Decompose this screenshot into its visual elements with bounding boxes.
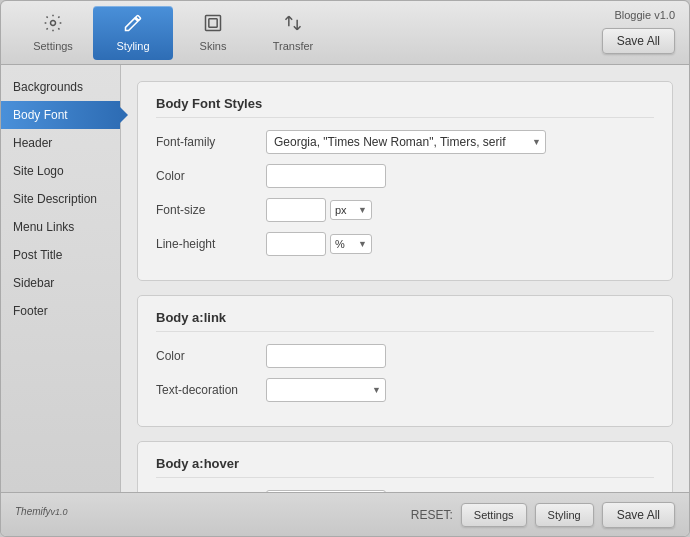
color-row: Color 003438 xyxy=(156,164,654,188)
color-label: Color xyxy=(156,169,266,183)
font-family-select[interactable]: Georgia, "Times New Roman", Timers, seri… xyxy=(266,130,546,154)
body-font-styles-title: Body Font Styles xyxy=(156,96,654,118)
sidebar-item-body-font[interactable]: Body Font xyxy=(1,101,120,129)
line-height-row: Line-height 150 % px em ▼ xyxy=(156,232,654,256)
body-a-link-section: Body a:link Color Text-decoration none u… xyxy=(137,295,673,427)
svg-rect-1 xyxy=(206,16,221,31)
line-height-label: Line-height xyxy=(156,237,266,251)
svg-point-0 xyxy=(51,21,56,26)
link-text-decoration-label: Text-decoration xyxy=(156,383,266,397)
font-size-group: 13 px em % ▼ xyxy=(266,198,372,222)
reset-styling-button[interactable]: Styling xyxy=(535,503,594,527)
body-a-hover-section: Body a:hover Color Text-decoration none … xyxy=(137,441,673,492)
reset-label: RESET: xyxy=(411,508,453,522)
sidebar: Backgrounds Body Font Header Site Logo S… xyxy=(1,65,121,492)
tab-transfer-label: Transfer xyxy=(273,40,314,52)
save-all-button-top[interactable]: Save All xyxy=(602,28,675,54)
toolbar: Settings Styling Skins xyxy=(1,1,689,65)
tab-settings[interactable]: Settings xyxy=(13,6,93,60)
app-container: Settings Styling Skins xyxy=(0,0,690,537)
app-title: Bloggie v1.0 xyxy=(614,9,675,21)
link-text-decoration-select[interactable]: none underline overline line-through xyxy=(266,378,386,402)
footer-right: RESET: Settings Styling Save All xyxy=(411,502,675,528)
font-size-unit-select[interactable]: px em % xyxy=(330,200,372,220)
sidebar-item-header[interactable]: Header xyxy=(1,129,120,157)
footer-bar: Themifyv1.0 RESET: Settings Styling Save… xyxy=(1,492,689,536)
transfer-icon xyxy=(283,13,303,36)
save-all-button-bottom[interactable]: Save All xyxy=(602,502,675,528)
link-text-decoration-wrapper: none underline overline line-through ▼ xyxy=(266,378,386,402)
font-family-select-wrapper: Georgia, "Times New Roman", Timers, seri… xyxy=(266,130,546,154)
sidebar-item-site-logo[interactable]: Site Logo xyxy=(1,157,120,185)
link-text-decoration-row: Text-decoration none underline overline … xyxy=(156,378,654,402)
skins-icon xyxy=(203,13,223,36)
line-height-input[interactable]: 150 xyxy=(266,232,326,256)
body-a-link-title: Body a:link xyxy=(156,310,654,332)
main-area: Backgrounds Body Font Header Site Logo S… xyxy=(1,65,689,492)
sidebar-item-post-title[interactable]: Post Title xyxy=(1,241,120,269)
toolbar-tabs: Settings Styling Skins xyxy=(13,6,677,60)
footer-logo-version: v1.0 xyxy=(51,507,68,517)
link-color-label: Color xyxy=(156,349,266,363)
tab-styling[interactable]: Styling xyxy=(93,6,173,60)
sidebar-item-sidebar[interactable]: Sidebar xyxy=(1,269,120,297)
link-color-input[interactable] xyxy=(266,344,386,368)
sidebar-item-site-description[interactable]: Site Description xyxy=(1,185,120,213)
footer-logo: Themifyv1.0 xyxy=(15,506,68,523)
line-height-unit-select[interactable]: % px em xyxy=(330,234,372,254)
footer-logo-text: Themify xyxy=(15,506,51,517)
font-size-label: Font-size xyxy=(156,203,266,217)
color-input[interactable]: 003438 xyxy=(266,164,386,188)
content-area: Body Font Styles Font-family Georgia, "T… xyxy=(121,65,689,492)
tab-skins[interactable]: Skins xyxy=(173,6,253,60)
font-family-label: Font-family xyxy=(156,135,266,149)
reset-settings-button[interactable]: Settings xyxy=(461,503,527,527)
font-size-input[interactable]: 13 xyxy=(266,198,326,222)
tab-settings-label: Settings xyxy=(33,40,73,52)
sidebar-item-backgrounds[interactable]: Backgrounds xyxy=(1,73,120,101)
tab-transfer[interactable]: Transfer xyxy=(253,6,333,60)
svg-rect-2 xyxy=(209,19,217,27)
font-family-row: Font-family Georgia, "Times New Roman", … xyxy=(156,130,654,154)
line-height-unit-wrapper: % px em ▼ xyxy=(330,234,372,254)
styling-icon xyxy=(123,13,143,36)
font-size-unit-wrapper: px em % ▼ xyxy=(330,200,372,220)
font-size-row: Font-size 13 px em % ▼ xyxy=(156,198,654,222)
tab-skins-label: Skins xyxy=(200,40,227,52)
sidebar-item-footer[interactable]: Footer xyxy=(1,297,120,325)
body-a-hover-title: Body a:hover xyxy=(156,456,654,478)
sidebar-item-menu-links[interactable]: Menu Links xyxy=(1,213,120,241)
line-height-group: 150 % px em ▼ xyxy=(266,232,372,256)
link-color-row: Color xyxy=(156,344,654,368)
settings-icon xyxy=(43,13,63,36)
body-font-styles-section: Body Font Styles Font-family Georgia, "T… xyxy=(137,81,673,281)
tab-styling-label: Styling xyxy=(116,40,149,52)
